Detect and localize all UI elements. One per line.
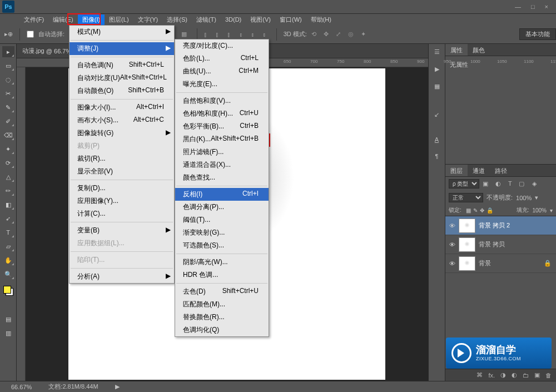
tool-14[interactable]: ▱ — [2, 241, 14, 252]
fill-value[interactable]: 100% — [532, 207, 547, 214]
history-icon[interactable]: ▶ — [435, 66, 439, 73]
tool-15[interactable]: ✋ — [2, 255, 14, 266]
tool-9[interactable]: △ — [2, 171, 14, 182]
menuitem-匹配颜色M[interactable]: 匹配颜色(M)... — [175, 298, 269, 311]
tab-properties[interactable]: 属性 — [445, 44, 468, 56]
tab-layers[interactable]: 图层 — [445, 165, 468, 176]
menu-窗口w[interactable]: 窗口(W) — [275, 14, 306, 25]
tool-8[interactable]: ⟳ — [2, 157, 14, 168]
menuitem-变量B[interactable]: 变量(B)▶ — [70, 224, 174, 237]
menuitem-替换颜色R[interactable]: 替换颜色(R)... — [175, 311, 269, 324]
menuitem-HDR色调[interactable]: HDR 色调... — [175, 269, 269, 281]
tool-17[interactable] — [2, 282, 14, 297]
menu-图层l[interactable]: 图层(L) — [105, 14, 133, 25]
tool-12[interactable]: ➶ — [2, 213, 14, 224]
tool-0[interactable]: ▸ — [2, 46, 14, 57]
menuitem-自然饱和度V[interactable]: 自然饱和度(V)... — [175, 95, 269, 107]
menu-帮助h[interactable]: 帮助(H) — [306, 14, 336, 25]
menuitem-色相饱和度H[interactable]: 色相/饱和度(H)...Ctrl+U — [175, 107, 269, 120]
menuitem-去色D[interactable]: 去色(D)Shift+Ctrl+U — [175, 285, 269, 298]
char-icon[interactable]: A — [435, 136, 439, 143]
menuitem-自动色调N[interactable]: 自动色调(N)Shift+Ctrl+L — [70, 59, 174, 72]
tool-7[interactable]: ✦ — [2, 143, 14, 155]
menuitem-阴影高光W[interactable]: 阴影/高光(W)... — [175, 256, 269, 269]
menuitem-色阶L[interactable]: 色阶(L)...Ctrl+L — [175, 52, 269, 65]
menuitem-亮度对比度C[interactable]: 亮度/对比度(C)... — [175, 39, 269, 52]
filter-icons[interactable]: ▣ ◐ T ▢ ◈ — [483, 180, 539, 187]
menuitem-计算C[interactable]: 计算(C)... — [70, 207, 174, 220]
tool-10[interactable]: ✏ — [2, 185, 14, 196]
menuitem-图像大小I[interactable]: 图像大小(I)...Alt+Ctrl+I — [70, 101, 174, 114]
status-doc[interactable]: 文档:2.81M/8.44M — [48, 383, 98, 391]
lock-icons[interactable]: ▦✎✥🔒 — [465, 207, 494, 214]
tool-5[interactable]: ✐ — [2, 116, 14, 127]
tab-color[interactable]: 颜色 — [468, 44, 490, 56]
collapsed-panel-icon[interactable]: ☰ — [434, 48, 440, 56]
menu-视图v[interactable]: 视图(V) — [246, 14, 275, 25]
layer-row[interactable]: 👁背景 拷贝 2 — [445, 216, 556, 235]
menuitem-反相I[interactable]: 反相(I)Ctrl+I — [175, 188, 269, 201]
image-menu-dropdown[interactable]: 模式(M)▶调整(J)▶自动色调(N)Shift+Ctrl+L自动对比度(U)A… — [69, 25, 175, 284]
tool-19[interactable]: ▤ — [2, 314, 14, 325]
menu-图像i[interactable]: 图像(I) — [78, 14, 105, 25]
menuitem-应用图像Y[interactable]: 应用图像(Y)... — [70, 195, 174, 207]
tool-13[interactable]: T — [2, 227, 14, 238]
menuitem-颜色查找[interactable]: 颜色查找... — [175, 171, 269, 184]
tool-1[interactable]: ▭ — [2, 60, 14, 71]
layers-panel-footer[interactable]: ⌘fx.◑◐🗀▣🗑 — [445, 369, 556, 381]
menuitem-图像旋转G[interactable]: 图像旋转(G)▶ — [70, 127, 174, 140]
tool-4[interactable]: ✎ — [2, 102, 14, 113]
menuitem-模式M[interactable]: 模式(M)▶ — [70, 26, 174, 38]
menuitem-调整J[interactable]: 调整(J)▶ — [70, 42, 174, 55]
tool-3[interactable]: ✂ — [2, 88, 14, 99]
tab-paths[interactable]: 路径 — [490, 165, 512, 176]
menuitem-曝光度E[interactable]: 曝光度(E)... — [175, 78, 269, 91]
menuitem-自动对比度U[interactable]: 自动对比度(U)Alt+Shift+Ctrl+L — [70, 72, 174, 85]
blend-mode[interactable]: 正常 — [449, 193, 483, 202]
tab-channels[interactable]: 通道 — [468, 165, 490, 176]
menuitem-通道混合器X[interactable]: 通道混合器(X)... — [175, 158, 269, 171]
visibility-icon[interactable]: 👁 — [445, 260, 459, 267]
menu-滤镜t[interactable]: 滤镜(T) — [192, 14, 221, 25]
distribute-icons[interactable]: ⫿ ⫿ ⫿ ⫾ ⫾ ⫾ — [204, 31, 269, 38]
menuitem-黑白K[interactable]: 黑白(K)...Alt+Shift+Ctrl+B — [175, 133, 269, 146]
win-close[interactable]: × — [545, 3, 548, 10]
layer-kind-filter[interactable]: ρ 类型 — [449, 179, 479, 188]
tool-18[interactable] — [2, 300, 14, 311]
menuitem-可选颜色S[interactable]: 可选颜色(S)... — [175, 239, 269, 252]
visibility-icon[interactable]: 👁 — [445, 222, 459, 229]
menuitem-渐变映射G[interactable]: 渐变映射(G)... — [175, 226, 269, 239]
menuitem-分析A[interactable]: 分析(A)▶ — [70, 270, 174, 283]
menuitem-裁切R[interactable]: 裁切(R)... — [70, 152, 174, 165]
menuitem-显示全部V[interactable]: 显示全部(V) — [70, 165, 174, 178]
layer-row[interactable]: 👁背景🔒 — [445, 254, 556, 273]
menu-3dd[interactable]: 3D(D) — [221, 15, 246, 24]
menuitem-色调分离P[interactable]: 色调分离(P)... — [175, 201, 269, 214]
brush-icon[interactable]: ↙ — [434, 111, 439, 118]
menuitem-阈值T[interactable]: 阈值(T)... — [175, 214, 269, 226]
adjustments-submenu[interactable]: 亮度/对比度(C)...色阶(L)...Ctrl+L曲线(U)...Ctrl+M… — [175, 39, 269, 337]
menu-编辑e[interactable]: 编辑(E) — [48, 14, 78, 25]
visibility-icon[interactable]: 👁 — [445, 241, 459, 248]
opacity-value[interactable]: 100% — [516, 195, 532, 201]
layer-row[interactable]: 👁背景 拷贝 — [445, 235, 556, 254]
menuitem-画布大小S[interactable]: 画布大小(S)...Alt+Ctrl+C — [70, 114, 174, 127]
win-minimize[interactable]: — — [515, 3, 521, 10]
tool-16[interactable]: 🔍 — [2, 269, 14, 280]
menuitem-自动颜色O[interactable]: 自动颜色(O)Shift+Ctrl+B — [70, 85, 174, 97]
menu-文件f[interactable]: 文件(F) — [19, 14, 48, 25]
tool-11[interactable]: ◧ — [2, 199, 14, 210]
menuitem-复制D[interactable]: 复制(D)... — [70, 182, 174, 195]
swatches-icon[interactable]: ▦ — [434, 83, 440, 90]
tool-2[interactable]: ◌ — [2, 74, 14, 85]
status-zoom[interactable]: 66.67% — [11, 384, 32, 390]
win-maximize[interactable]: □ — [531, 3, 535, 10]
menuitem-照片滤镜F[interactable]: 照片滤镜(F)... — [175, 146, 269, 158]
tool-20[interactable]: ▥ — [2, 328, 14, 339]
para-icon[interactable]: ¶ — [435, 153, 439, 160]
workspace-switcher[interactable]: 基本功能 — [519, 28, 556, 40]
auto-select-checkbox[interactable] — [27, 31, 34, 38]
menu-选择s[interactable]: 选择(S) — [162, 14, 192, 25]
3d-mode-icons[interactable]: ⟲ ✥ ⤢ ◎ ✦ — [311, 31, 369, 38]
menuitem-色彩平衡B[interactable]: 色彩平衡(B)...Ctrl+B — [175, 120, 269, 133]
